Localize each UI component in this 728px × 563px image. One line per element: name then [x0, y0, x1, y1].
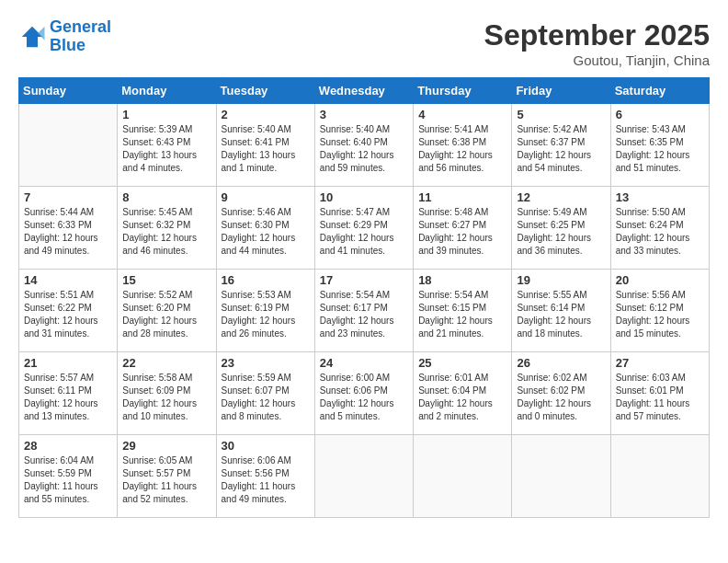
calendar-cell: 7Sunrise: 5:44 AM Sunset: 6:33 PM Daylig…	[19, 187, 118, 270]
day-info: Sunrise: 5:54 AM Sunset: 6:15 PM Dayligh…	[418, 289, 506, 340]
page-header: General Blue September 2025 Goutou, Tian…	[18, 18, 710, 68]
day-number: 13	[616, 190, 704, 204]
day-number: 7	[24, 190, 112, 204]
day-number: 28	[24, 439, 112, 453]
day-info: Sunrise: 5:53 AM Sunset: 6:19 PM Dayligh…	[222, 289, 310, 340]
day-info: Sunrise: 5:40 AM Sunset: 6:41 PM Dayligh…	[222, 123, 310, 175]
calendar-table: SundayMondayTuesdayWednesdayThursdayFrid…	[18, 77, 710, 518]
weekday-header-thursday: Thursday	[414, 78, 512, 104]
day-number: 5	[517, 108, 605, 121]
day-info: Sunrise: 6:01 AM Sunset: 6:04 PM Dayligh…	[418, 372, 506, 423]
svg-marker-0	[22, 27, 43, 48]
day-number: 21	[24, 356, 112, 370]
day-number: 14	[24, 273, 112, 287]
calendar-cell: 5Sunrise: 5:42 AM Sunset: 6:37 PM Daylig…	[512, 104, 610, 187]
day-info: Sunrise: 6:03 AM Sunset: 6:01 PM Dayligh…	[616, 372, 704, 423]
calendar-cell: 24Sunrise: 6:00 AM Sunset: 6:06 PM Dayli…	[314, 352, 413, 435]
calendar-cell: 2Sunrise: 5:40 AM Sunset: 6:41 PM Daylig…	[216, 104, 314, 187]
day-info: Sunrise: 5:45 AM Sunset: 6:32 PM Dayligh…	[122, 206, 210, 258]
day-number: 19	[517, 273, 605, 287]
calendar-cell: 16Sunrise: 5:53 AM Sunset: 6:19 PM Dayli…	[216, 270, 314, 352]
day-number: 4	[418, 108, 506, 121]
calendar-cell: 1Sunrise: 5:39 AM Sunset: 6:43 PM Daylig…	[118, 104, 216, 187]
week-row-3: 14Sunrise: 5:51 AM Sunset: 6:22 PM Dayli…	[19, 270, 710, 352]
calendar-cell	[19, 104, 118, 187]
calendar-cell: 12Sunrise: 5:49 AM Sunset: 6:25 PM Dayli…	[512, 187, 610, 270]
calendar-cell: 23Sunrise: 5:59 AM Sunset: 6:07 PM Dayli…	[216, 352, 314, 435]
weekday-header-monday: Monday	[118, 78, 216, 104]
calendar-cell	[314, 435, 413, 518]
calendar-cell: 13Sunrise: 5:50 AM Sunset: 6:24 PM Dayli…	[610, 187, 709, 270]
day-number: 26	[517, 356, 605, 370]
day-number: 8	[122, 190, 210, 204]
day-number: 24	[320, 356, 408, 370]
day-info: Sunrise: 6:02 AM Sunset: 6:02 PM Dayligh…	[517, 372, 605, 423]
day-number: 9	[222, 190, 310, 204]
day-number: 10	[320, 190, 408, 204]
calendar-cell: 26Sunrise: 6:02 AM Sunset: 6:02 PM Dayli…	[512, 352, 610, 435]
day-number: 20	[616, 273, 704, 287]
calendar-cell: 28Sunrise: 6:04 AM Sunset: 5:59 PM Dayli…	[19, 435, 118, 518]
day-info: Sunrise: 5:42 AM Sunset: 6:37 PM Dayligh…	[517, 123, 605, 175]
day-info: Sunrise: 5:55 AM Sunset: 6:14 PM Dayligh…	[517, 289, 605, 340]
day-info: Sunrise: 5:57 AM Sunset: 6:11 PM Dayligh…	[24, 372, 112, 423]
day-number: 25	[418, 356, 506, 370]
day-number: 2	[222, 108, 310, 121]
day-info: Sunrise: 5:49 AM Sunset: 6:25 PM Dayligh…	[517, 206, 605, 258]
calendar-cell: 9Sunrise: 5:46 AM Sunset: 6:30 PM Daylig…	[216, 187, 314, 270]
day-info: Sunrise: 5:58 AM Sunset: 6:09 PM Dayligh…	[122, 372, 210, 423]
day-info: Sunrise: 5:54 AM Sunset: 6:17 PM Dayligh…	[320, 289, 408, 340]
calendar-cell: 4Sunrise: 5:41 AM Sunset: 6:38 PM Daylig…	[414, 104, 512, 187]
calendar-cell: 6Sunrise: 5:43 AM Sunset: 6:35 PM Daylig…	[610, 104, 709, 187]
day-info: Sunrise: 5:40 AM Sunset: 6:40 PM Dayligh…	[320, 123, 408, 175]
logo-line2: Blue	[50, 36, 85, 54]
day-number: 29	[122, 439, 210, 453]
day-info: Sunrise: 6:05 AM Sunset: 5:57 PM Dayligh…	[122, 454, 210, 506]
day-number: 17	[320, 273, 408, 287]
weekday-header-friday: Friday	[512, 78, 610, 104]
weekday-header-wednesday: Wednesday	[314, 78, 413, 104]
day-info: Sunrise: 5:50 AM Sunset: 6:24 PM Dayligh…	[616, 206, 704, 258]
day-info: Sunrise: 6:00 AM Sunset: 6:06 PM Dayligh…	[320, 372, 408, 423]
week-row-5: 28Sunrise: 6:04 AM Sunset: 5:59 PM Dayli…	[19, 435, 710, 518]
day-info: Sunrise: 5:48 AM Sunset: 6:27 PM Dayligh…	[418, 206, 506, 258]
logo-icon	[18, 23, 46, 51]
day-info: Sunrise: 5:43 AM Sunset: 6:35 PM Dayligh…	[616, 123, 704, 175]
weekday-header-tuesday: Tuesday	[216, 78, 314, 104]
calendar-cell: 25Sunrise: 6:01 AM Sunset: 6:04 PM Dayli…	[414, 352, 512, 435]
day-number: 18	[418, 273, 506, 287]
svg-marker-1	[38, 27, 45, 40]
weekday-header-row: SundayMondayTuesdayWednesdayThursdayFrid…	[19, 78, 710, 104]
day-number: 30	[222, 439, 310, 453]
calendar-cell: 19Sunrise: 5:55 AM Sunset: 6:14 PM Dayli…	[512, 270, 610, 352]
calendar-cell: 30Sunrise: 6:06 AM Sunset: 5:56 PM Dayli…	[216, 435, 314, 518]
calendar-cell: 27Sunrise: 6:03 AM Sunset: 6:01 PM Dayli…	[610, 352, 709, 435]
day-info: Sunrise: 5:56 AM Sunset: 6:12 PM Dayligh…	[616, 289, 704, 340]
day-info: Sunrise: 5:46 AM Sunset: 6:30 PM Dayligh…	[222, 206, 310, 258]
calendar-cell: 10Sunrise: 5:47 AM Sunset: 6:29 PM Dayli…	[314, 187, 413, 270]
day-info: Sunrise: 6:06 AM Sunset: 5:56 PM Dayligh…	[222, 454, 310, 506]
day-info: Sunrise: 5:41 AM Sunset: 6:38 PM Dayligh…	[418, 123, 506, 175]
logo: General Blue	[18, 18, 111, 55]
week-row-1: 1Sunrise: 5:39 AM Sunset: 6:43 PM Daylig…	[19, 104, 710, 187]
logo-line1: General	[50, 17, 111, 36]
calendar-cell: 8Sunrise: 5:45 AM Sunset: 6:32 PM Daylig…	[118, 187, 216, 270]
day-number: 11	[418, 190, 506, 204]
calendar-cell: 17Sunrise: 5:54 AM Sunset: 6:17 PM Dayli…	[314, 270, 413, 352]
calendar-cell	[610, 435, 709, 518]
day-info: Sunrise: 5:51 AM Sunset: 6:22 PM Dayligh…	[24, 289, 112, 340]
month-title: September 2025	[484, 18, 710, 52]
day-info: Sunrise: 5:39 AM Sunset: 6:43 PM Dayligh…	[122, 123, 210, 175]
calendar-cell: 3Sunrise: 5:40 AM Sunset: 6:40 PM Daylig…	[314, 104, 413, 187]
title-block: September 2025 Goutou, Tianjin, China	[484, 18, 710, 68]
calendar-cell: 15Sunrise: 5:52 AM Sunset: 6:20 PM Dayli…	[118, 270, 216, 352]
day-info: Sunrise: 5:47 AM Sunset: 6:29 PM Dayligh…	[320, 206, 408, 258]
day-info: Sunrise: 6:04 AM Sunset: 5:59 PM Dayligh…	[24, 454, 112, 506]
day-number: 23	[222, 356, 310, 370]
weekday-header-sunday: Sunday	[19, 78, 118, 104]
calendar-cell: 21Sunrise: 5:57 AM Sunset: 6:11 PM Dayli…	[19, 352, 118, 435]
location: Goutou, Tianjin, China	[484, 52, 710, 68]
week-row-2: 7Sunrise: 5:44 AM Sunset: 6:33 PM Daylig…	[19, 187, 710, 270]
day-number: 1	[122, 108, 210, 121]
calendar-cell	[414, 435, 512, 518]
